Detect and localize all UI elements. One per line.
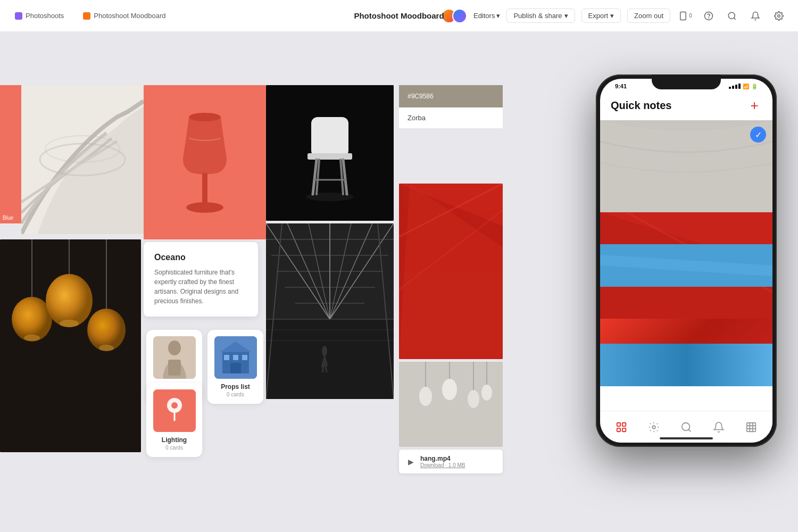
nav-settings-button[interactable] <box>644 418 663 437</box>
svg-point-4 <box>728 12 735 19</box>
svg-point-20 <box>189 113 221 121</box>
card-lighting[interactable]: Lighting 0 cards <box>146 383 202 457</box>
svg-point-3 <box>709 18 709 18</box>
add-note-button[interactable]: + <box>747 98 762 113</box>
svg-point-67 <box>168 340 181 355</box>
svg-point-87 <box>652 426 655 429</box>
image-corridor[interactable] <box>266 223 394 399</box>
nav-boards-button[interactable] <box>612 418 631 437</box>
lighting-count: 0 cards <box>153 445 196 451</box>
phone-frame: 9:41 📶 🔋 Quick notes <box>596 74 777 447</box>
svg-point-15 <box>60 320 79 327</box>
svg-point-51 <box>322 346 327 356</box>
settings-icon[interactable] <box>770 7 787 24</box>
models-thumbnail <box>153 336 196 379</box>
svg-point-18 <box>99 345 114 351</box>
svg-point-14 <box>46 274 93 327</box>
card-oceano: Oceano Sophisticated furniture that's ex… <box>144 242 258 317</box>
avatar-group <box>442 9 467 23</box>
notification-icon[interactable] <box>747 7 764 24</box>
props-thumbnail <box>214 336 257 379</box>
help-icon[interactable] <box>700 7 717 24</box>
swatch-panel: #9C9586 Zorba <box>399 85 503 128</box>
svg-point-59 <box>419 387 432 406</box>
svg-rect-83 <box>617 422 620 426</box>
svg-rect-89 <box>746 422 755 431</box>
swatch-zorba-label: Zorba <box>399 107 503 128</box>
svg-rect-24 <box>311 117 348 157</box>
nav-notifications-button[interactable] <box>709 418 728 437</box>
swatch-taupe: #9C9586 <box>399 85 503 107</box>
phone-content: ✓ <box>600 120 772 411</box>
zoom-out-button[interactable]: Zoom out <box>627 9 670 23</box>
svg-point-22 <box>186 202 223 213</box>
nav-search-button[interactable] <box>677 418 696 437</box>
props-count: 0 cards <box>214 392 257 397</box>
svg-rect-72 <box>230 363 241 373</box>
svg-rect-74 <box>233 355 238 360</box>
image-video[interactable] <box>399 362 503 447</box>
device-icon[interactable]: 0 <box>677 7 694 24</box>
svg-point-12 <box>24 335 40 341</box>
topbar-right: Editors ▾ Publish & share ▾ Export ▾ Zoo… <box>442 7 787 24</box>
phone-time: 9:41 <box>615 83 627 89</box>
topbar: Photoshoots Photoshoot Moodboard Photosh… <box>0 0 798 32</box>
svg-rect-25 <box>307 153 352 160</box>
tab-moodboard[interactable]: Photoshoot Moodboard <box>79 10 170 22</box>
svg-rect-75 <box>242 355 247 360</box>
svg-point-5 <box>778 14 780 17</box>
file-download-link[interactable]: Download · 1.0 MB <box>420 462 496 468</box>
phone-header: Quick notes + <box>600 98 772 113</box>
phone-page-title: Quick notes <box>611 99 671 112</box>
signal-bars-icon <box>729 84 741 89</box>
svg-rect-45 <box>266 319 394 399</box>
oceano-desc: Sophisticated furniture that's expertly … <box>154 268 247 306</box>
editors-button[interactable]: Editors ▾ <box>473 12 500 20</box>
card-props[interactable]: Props list 0 cards <box>207 330 263 404</box>
page-title: Photoshoot Moodboard <box>354 11 444 20</box>
image-architecture[interactable] <box>21 85 144 234</box>
export-button[interactable]: Export ▾ <box>581 9 621 23</box>
file-details: hang.mp4 Download · 1.0 MB <box>420 455 496 468</box>
photoshoots-icon <box>15 12 22 20</box>
phone-notch <box>652 74 721 89</box>
play-file-icon: ▶ <box>405 456 416 467</box>
avatar-2 <box>452 9 467 23</box>
tab-photoshoots[interactable]: Photoshoots <box>11 10 68 22</box>
nav-grid-button[interactable] <box>742 418 761 437</box>
publish-button[interactable]: Publish & share ▾ <box>506 9 575 23</box>
svg-rect-9 <box>0 239 141 452</box>
lighting-label: Lighting <box>153 436 196 444</box>
battery-icon: 🔋 <box>751 84 758 89</box>
image-goblet[interactable] <box>144 85 266 239</box>
svg-point-31 <box>306 193 354 201</box>
svg-rect-86 <box>622 428 626 431</box>
topbar-left: Photoshoots Photoshoot Moodboard <box>11 10 170 22</box>
svg-rect-0 <box>680 12 686 20</box>
props-label: Props list <box>214 383 257 390</box>
image-chair[interactable] <box>266 85 394 221</box>
file-info: ▶ hang.mp4 Download · 1.0 MB <box>399 450 503 473</box>
phone-image-blue[interactable] <box>600 344 772 386</box>
tab-moodboard-label: Photoshoot Moodboard <box>94 12 165 20</box>
tab-photoshoots-label: Photoshoots <box>26 12 64 20</box>
phone-mockup: 9:41 📶 🔋 Quick notes <box>575 74 798 532</box>
search-icon[interactable] <box>724 7 741 24</box>
color-bar-red: Blue <box>0 85 21 223</box>
image-pendants[interactable] <box>0 239 141 452</box>
svg-point-61 <box>442 379 457 400</box>
phone-screen: 9:41 📶 🔋 Quick notes <box>600 79 772 443</box>
main-canvas: Blue <box>0 32 798 532</box>
phone-status-icons: 📶 🔋 <box>729 83 758 89</box>
svg-rect-73 <box>224 355 229 360</box>
phone-home-indicator <box>660 437 713 439</box>
oceano-title: Oceano <box>154 253 247 262</box>
moodboard-icon <box>83 12 90 20</box>
file-name: hang.mp4 <box>420 455 496 462</box>
svg-rect-84 <box>622 422 626 426</box>
color-bar-label: Blue <box>3 215 13 221</box>
image-red-chair[interactable] <box>399 184 503 359</box>
svg-point-63 <box>468 390 479 408</box>
svg-point-78 <box>171 402 178 409</box>
svg-point-88 <box>682 422 690 430</box>
